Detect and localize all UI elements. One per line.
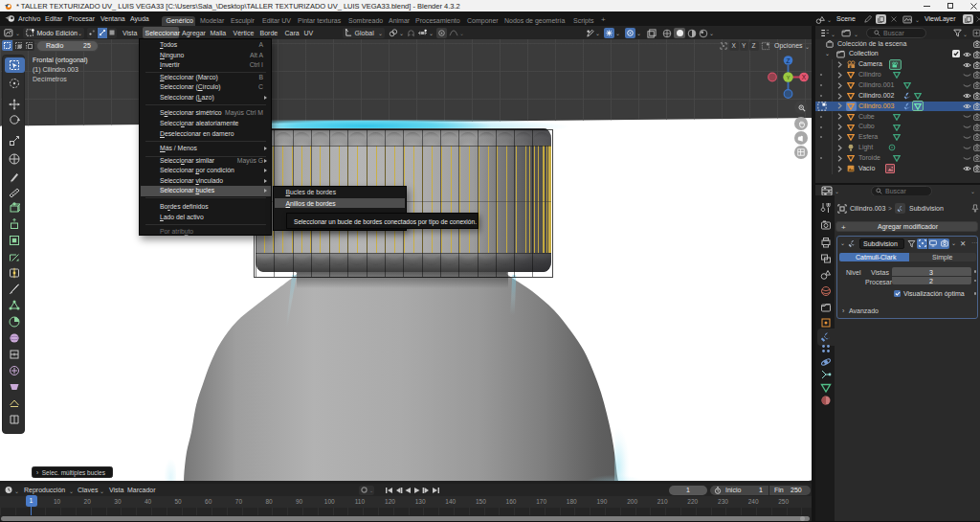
svg-text:X: X [802,74,807,80]
svg-text:Z: Z [787,57,791,64]
svg-text:Y: Y [787,75,791,80]
